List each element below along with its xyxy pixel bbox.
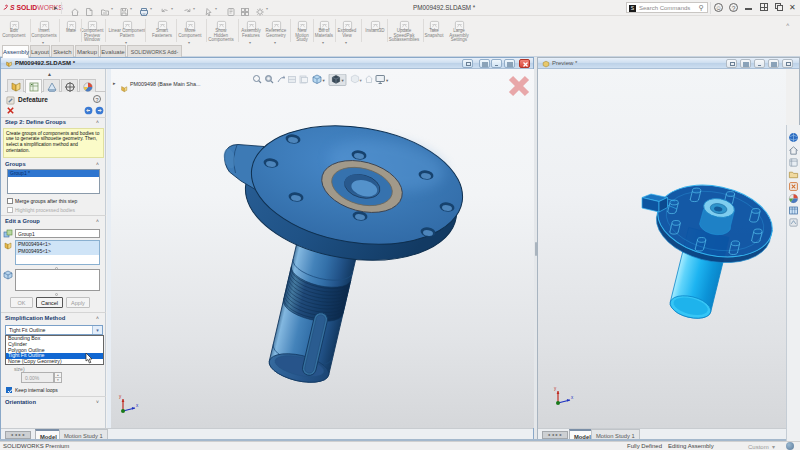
- svg-text:▾: ▾: [323, 78, 326, 83]
- svg-text:x: x: [136, 403, 139, 408]
- svg-text:▾: ▾: [386, 78, 389, 83]
- svg-text:x: x: [571, 395, 574, 400]
- svg-text:y: y: [554, 386, 557, 391]
- svg-text:▾: ▾: [360, 78, 363, 83]
- svg-text:y: y: [119, 394, 122, 399]
